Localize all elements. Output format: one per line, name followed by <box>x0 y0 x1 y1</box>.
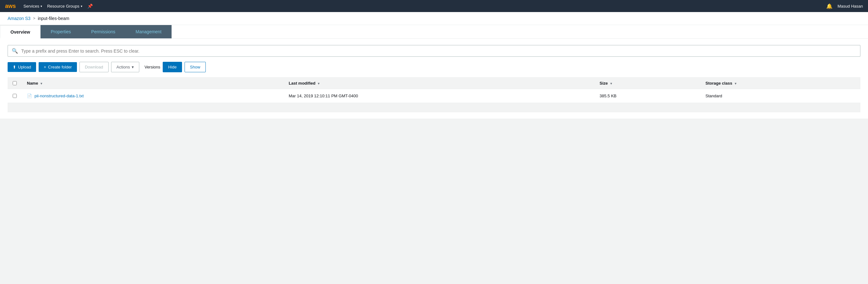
row-size-cell: 385.5 KB <box>594 89 701 103</box>
row-storage-class-cell: Standard <box>701 89 860 103</box>
row-checkbox[interactable] <box>13 94 17 98</box>
tab-overview[interactable]: Overview <box>0 25 40 39</box>
row-last-modified-cell: Mar 14, 2019 12:10:11 PM GMT-0400 <box>284 89 594 103</box>
services-menu[interactable]: Services ▾ <box>24 4 42 8</box>
tab-permissions[interactable]: Permissions <box>81 25 125 38</box>
search-bar: 🔍 <box>8 45 860 57</box>
name-sort-icon: ▾ <box>40 82 42 85</box>
row-checkbox-cell <box>8 89 22 103</box>
tab-management[interactable]: Management <box>125 25 172 38</box>
last-modified-column-header[interactable]: Last modified ▾ <box>284 78 594 89</box>
breadcrumb-s3-link[interactable]: Amazon S3 <box>8 16 30 21</box>
hide-button[interactable]: Hide <box>163 62 182 72</box>
nav-right: 🔔 Masud Hasan <box>826 3 863 9</box>
username-label[interactable]: Masud Hasan <box>838 4 863 8</box>
table-footer-row <box>8 103 860 112</box>
file-link[interactable]: pii-nonstructured-data-1.txt <box>34 93 84 98</box>
breadcrumb: Amazon S3 > input-files-beam <box>0 12 868 25</box>
storage-class-sort-icon: ▾ <box>735 82 736 85</box>
versions-label: Versions <box>144 65 160 69</box>
main-content: 🔍 ⬆ Upload + Create folder Download Acti… <box>0 39 868 118</box>
file-icon: 📄 <box>27 93 32 98</box>
storage-class-column-header[interactable]: Storage class ▾ <box>701 78 860 89</box>
show-button[interactable]: Show <box>185 62 206 72</box>
size-column-header[interactable]: Size ▾ <box>594 78 701 89</box>
tab-bar: Overview Properties Permissions Manageme… <box>0 25 868 39</box>
toolbar: ⬆ Upload + Create folder Download Action… <box>8 62 860 72</box>
create-folder-button[interactable]: + Create folder <box>39 62 77 72</box>
upload-icon: ⬆ <box>13 65 16 69</box>
services-chevron-icon: ▾ <box>40 4 42 8</box>
upload-button[interactable]: ⬆ Upload <box>8 62 36 72</box>
row-name-cell: 📄 pii-nonstructured-data-1.txt <box>22 89 284 103</box>
resource-groups-menu[interactable]: Resource Groups ▾ <box>47 4 82 8</box>
size-sort-icon: ▾ <box>610 82 612 85</box>
select-all-checkbox[interactable] <box>13 81 17 85</box>
notification-bell-icon[interactable]: 🔔 <box>826 3 833 9</box>
breadcrumb-separator-icon: > <box>33 16 35 21</box>
actions-button[interactable]: Actions ▾ <box>111 62 140 72</box>
last-modified-sort-icon: ▾ <box>318 82 319 85</box>
tab-properties[interactable]: Properties <box>40 25 81 38</box>
table-header: Name ▾ Last modified ▾ Size ▾ Storage cl… <box>8 78 860 89</box>
checkbox-header <box>8 78 22 89</box>
download-button[interactable]: Download <box>80 62 108 72</box>
plus-icon: + <box>44 65 46 69</box>
aws-logo[interactable]: aws <box>5 3 16 9</box>
resource-groups-chevron-icon: ▾ <box>81 4 82 8</box>
pin-icon[interactable]: 📌 <box>87 3 93 8</box>
file-table: Name ▾ Last modified ▾ Size ▾ Storage cl… <box>8 77 860 112</box>
top-navigation: aws Services ▾ Resource Groups ▾ 📌 🔔 Mas… <box>0 0 868 12</box>
search-input[interactable] <box>21 49 856 54</box>
search-icon: 🔍 <box>12 48 18 54</box>
table-row: 📄 pii-nonstructured-data-1.txt Mar 14, 2… <box>8 89 860 103</box>
actions-chevron-icon: ▾ <box>132 65 134 69</box>
name-column-header[interactable]: Name ▾ <box>22 78 284 89</box>
breadcrumb-current: input-files-beam <box>38 16 69 21</box>
